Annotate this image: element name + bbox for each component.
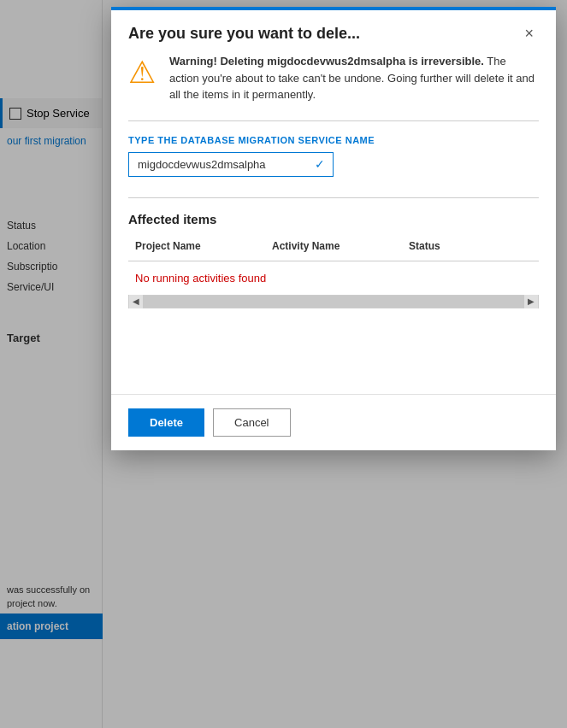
no-activities-message: No running activities found bbox=[128, 265, 539, 291]
divider-2 bbox=[128, 197, 539, 198]
table-header-row: Project Name Activity Name Status bbox=[128, 237, 539, 261]
delete-button[interactable]: Delete bbox=[128, 408, 204, 437]
cancel-button[interactable]: Cancel bbox=[213, 408, 290, 437]
input-checkmark-icon: ✓ bbox=[315, 157, 325, 171]
dialog-body: ⚠ Warning! Deleting migdocdevwus2dmsalph… bbox=[111, 53, 556, 326]
close-button[interactable]: × bbox=[519, 24, 539, 43]
scroll-left-arrow[interactable]: ◀ bbox=[129, 295, 143, 308]
col-activity-name: Activity Name bbox=[265, 237, 402, 255]
warning-icon: ⚠ bbox=[128, 55, 156, 91]
col-project-name: Project Name bbox=[128, 237, 265, 255]
service-name-input[interactable] bbox=[128, 152, 334, 177]
type-instruction-label: TYPE THE DATABASE MIGRATION SERVICE NAME bbox=[128, 135, 539, 145]
warning-bold-text: Warning! Deleting migdocdevwus2dmsalpha … bbox=[169, 55, 484, 68]
service-name-input-container: ✓ bbox=[128, 152, 334, 177]
scroll-track bbox=[143, 296, 524, 308]
delete-dialog: Are you sure you want to dele... × ⚠ War… bbox=[111, 7, 556, 450]
dialog-header: Are you sure you want to dele... × bbox=[111, 10, 556, 53]
col-status: Status bbox=[402, 237, 539, 255]
warning-section: ⚠ Warning! Deleting migdocdevwus2dmsalph… bbox=[128, 53, 539, 103]
dialog-footer: Delete Cancel bbox=[111, 394, 556, 450]
warning-text: Warning! Deleting migdocdevwus2dmsalpha … bbox=[169, 53, 539, 103]
scroll-right-arrow[interactable]: ▶ bbox=[524, 295, 538, 308]
dialog-title: Are you sure you want to dele... bbox=[128, 25, 360, 43]
table-scrollbar[interactable]: ◀ ▶ bbox=[128, 295, 539, 308]
affected-items-table: Project Name Activity Name Status No run… bbox=[128, 237, 539, 308]
affected-items-title: Affected items bbox=[128, 212, 539, 226]
divider-1 bbox=[128, 120, 539, 121]
